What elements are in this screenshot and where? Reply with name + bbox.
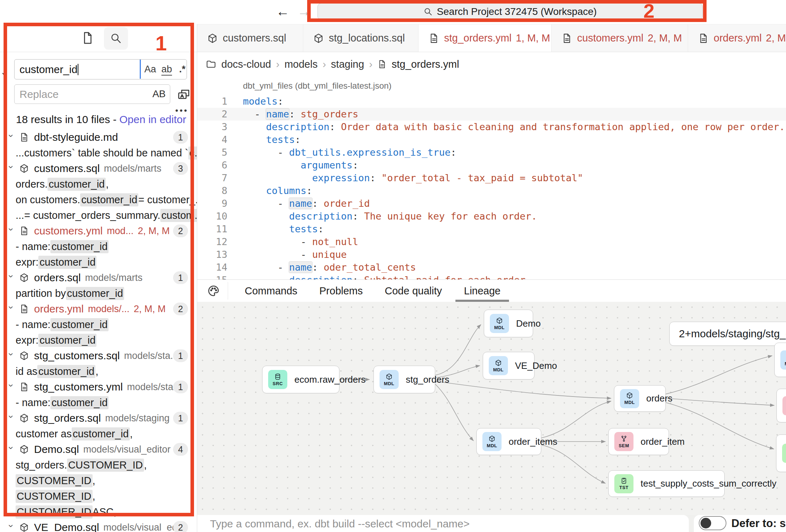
code-line[interactable]: 14 - name: oder_total_cents (197, 261, 786, 274)
search-result-file-row[interactable]: › orders.sql models/marts 1 (0, 270, 197, 286)
lineage-node[interactable]: SEM (776, 389, 786, 422)
search-match-row[interactable]: ...= customer_orders_summary.custom... (0, 207, 197, 223)
breadcrumb-file[interactable]: stg_orders.yml (392, 59, 459, 70)
chevron-down-icon[interactable]: › (6, 384, 17, 390)
code-line[interactable]: 1 models: (197, 95, 786, 108)
search-match-row[interactable]: stg_orders.CUSTOMER_ID, (0, 457, 197, 473)
chevron-down-icon[interactable]: › (6, 306, 17, 312)
panel-tab[interactable]: Commands (245, 280, 297, 302)
lineage-node[interactable]: TST test_supply_costs_sum_correctly (608, 470, 725, 497)
lineage-canvas[interactable]: SRC ecom.raw_orders MDL stg_orde (197, 302, 786, 515)
file-type-icon (313, 33, 324, 44)
code-line[interactable]: 2 - name: stg_orders (197, 108, 786, 121)
collapse-search-chevron-icon[interactable]: › (0, 72, 11, 76)
editor-tab[interactable]: stg_locations.sql (303, 24, 419, 52)
search-result-file-row[interactable]: › orders.yml models/... 2, M, M 2 (0, 301, 197, 317)
lineage-node[interactable]: MDL order_items (476, 428, 541, 455)
code-line[interactable]: 3 description: Order data with basic cle… (197, 121, 786, 133)
lineage-node[interactable]: MDL (774, 343, 786, 377)
search-match-row[interactable]: - name: customer_id (0, 317, 197, 332)
code-line[interactable]: 4 tests: (197, 133, 786, 146)
breadcrumb-item[interactable]: staging (331, 59, 364, 70)
search-result-file-row[interactable]: › dbt-styleguide.md 1 (0, 129, 197, 145)
search-match-row[interactable]: on customers.customer_id = customer_... (0, 192, 197, 207)
regex-button[interactable]: .* (179, 64, 186, 75)
lineage-node[interactable]: MDL VE_Demo (483, 352, 535, 379)
code-line[interactable]: 6 arguments: (197, 159, 786, 172)
search-result-file-row[interactable]: › customers.sql models/marts 3 (0, 161, 197, 176)
code-editor[interactable]: 1 models: 2 - name: stg_orders 3 descrip… (197, 95, 786, 280)
replace-input[interactable]: Replace AB (14, 84, 170, 104)
search-result-file-row[interactable]: › stg_customers.sql models/sta... 1 (0, 348, 197, 364)
search-match-row[interactable]: - name: customer_id (0, 395, 197, 410)
code-line[interactable]: 5 - dbt_utils.expression_is_true: (197, 146, 786, 159)
search-match-row[interactable]: orders.customer_id, (0, 176, 197, 192)
search-match-row[interactable]: partition by customer_id (0, 286, 197, 301)
chevron-down-icon[interactable]: › (6, 134, 17, 140)
code-line[interactable]: 9 - name: order_id (197, 197, 786, 210)
editor-tab[interactable]: customers.yml 2, M, M (552, 24, 688, 52)
code-line[interactable]: 7 expression: "order_total - tax_paid = … (197, 172, 786, 184)
search-input[interactable]: customer_id Aa ab .* (14, 59, 187, 79)
code-line[interactable]: 8 columns: (197, 184, 786, 197)
whole-word-button[interactable]: ab (161, 64, 172, 76)
line-number: 4 (197, 133, 227, 146)
lineage-node[interactable]: TST (776, 434, 786, 472)
chevron-down-icon[interactable]: › (6, 415, 17, 421)
search-match-row[interactable]: expr: customer_id (0, 332, 197, 348)
search-match-row[interactable]: CUSTOMER_ID ASC, (0, 504, 197, 520)
panel-tab[interactable]: Lineage (464, 280, 500, 302)
command-input[interactable]: Type a command, ex. dbt build --select <… (197, 515, 689, 532)
chevron-down-icon[interactable]: › (6, 228, 17, 234)
lineage-node[interactable]: MDL Demo (484, 310, 533, 337)
node-type-chip: MDL (780, 350, 786, 370)
lineage-node[interactable]: SEM order_item (608, 428, 669, 455)
search-match-row[interactable]: ...customers` table should be named `c..… (0, 145, 197, 161)
search-result-file-row[interactable]: › stg_orders.sql models/staging 1 (0, 410, 197, 426)
search-match-row[interactable]: customer as customer_id, (0, 426, 197, 442)
chevron-down-icon[interactable]: › (6, 275, 17, 281)
forward-arrow-icon[interactable]: → (297, 4, 311, 19)
search-tool-button[interactable] (104, 27, 128, 50)
replace-all-icon[interactable] (177, 87, 191, 101)
search-match-row[interactable]: id as customer_id, (0, 364, 197, 379)
lineage-node[interactable]: MDL stg_orders (373, 366, 435, 393)
code-line[interactable]: 13 - unique (197, 248, 786, 261)
code-line[interactable]: 15 description: Subtotal paid for each o… (197, 274, 786, 280)
search-result-file-row[interactable]: › stg_customers.yml models/sta... 1 (0, 379, 197, 395)
search-match-row[interactable]: - name: customer_id (0, 239, 197, 254)
editor-tab[interactable]: orders.yml 2, M, M (688, 24, 786, 52)
code-line[interactable]: 12 - not_null (197, 235, 786, 248)
search-match-row[interactable]: CUSTOMER_ID, (0, 488, 197, 504)
chevron-down-icon[interactable]: › (6, 165, 17, 172)
chevron-down-icon[interactable]: › (6, 446, 17, 453)
panel-tab[interactable]: Problems (319, 280, 363, 302)
search-match-row[interactable]: CUSTOMER_ID, (0, 473, 197, 488)
lineage-node[interactable]: MDL orders (614, 385, 666, 412)
editor-tab[interactable]: stg_orders.yml 1, M, M × (419, 24, 552, 52)
breadcrumb-item[interactable]: docs-cloud (221, 59, 271, 70)
search-result-file-row[interactable]: › VE_Demo.sql models/visual_ed... 2 (0, 520, 197, 532)
search-match-row[interactable]: expr: customer_id (0, 254, 197, 270)
back-arrow-icon[interactable]: ← (276, 4, 289, 19)
lineage-node[interactable]: 2+models/staging/stg_or (669, 322, 786, 346)
files-explorer-icon[interactable] (81, 31, 94, 45)
chevron-down-icon[interactable]: › (6, 524, 17, 531)
preserve-case-button[interactable]: AB (153, 88, 166, 100)
defer-toggle[interactable] (699, 516, 726, 530)
panel-tab[interactable]: Code quality (385, 280, 442, 302)
search-result-file-row[interactable]: › customers.yml mod... 2, M, M 2 (0, 223, 197, 239)
breadcrumb-item[interactable]: models (284, 59, 318, 70)
code-line[interactable]: 11 tests: (197, 223, 786, 235)
search-result-file-row[interactable]: › Demo.sql models/visual_editor 4 (0, 442, 197, 457)
chevron-down-icon[interactable]: › (6, 353, 17, 359)
project-search-bar[interactable]: Search Project 372475 (Workspace) (317, 3, 703, 20)
code-line[interactable]: 10 description: The unique key for each … (197, 210, 786, 223)
editor-tab[interactable]: customers.sql (197, 24, 303, 52)
match-case-button[interactable]: Aa (144, 64, 156, 75)
theme-palette-icon[interactable] (207, 284, 220, 297)
node-label: test_supply_costs_sum_correctly (641, 478, 776, 489)
lineage-node[interactable]: SRC ecom.raw_orders (262, 366, 339, 393)
match-pre-text: orders. (16, 178, 48, 190)
open-in-editor-link[interactable]: Open in editor (119, 113, 186, 125)
